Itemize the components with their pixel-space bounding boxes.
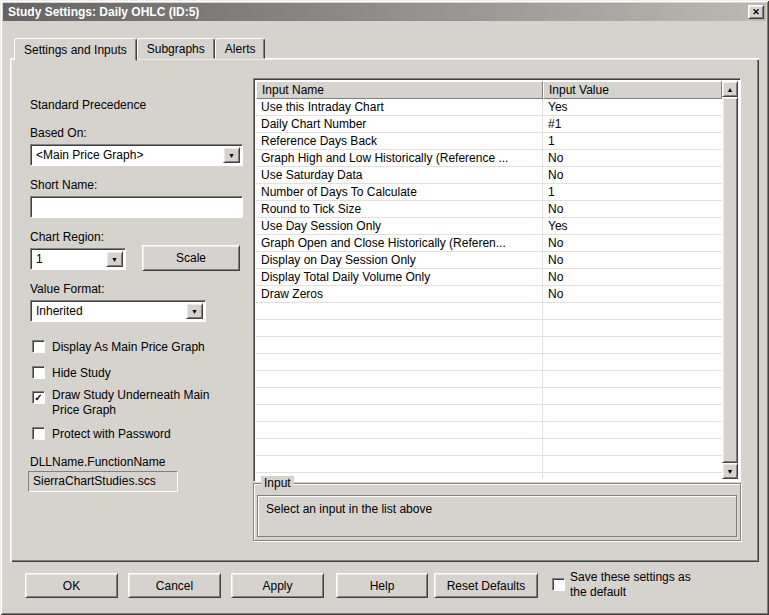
draw-study-underneath-checkbox[interactable]: ✓ (32, 391, 45, 404)
input-value-cell (543, 456, 722, 472)
input-name-cell: Graph Open and Close Historically (Refer… (256, 235, 543, 251)
cancel-button[interactable]: Cancel (128, 573, 221, 598)
table-row[interactable]: Graph Open and Close Historically (Refer… (256, 235, 722, 252)
close-button[interactable]: ✕ (748, 5, 764, 19)
checkmark-icon: ✓ (34, 392, 42, 403)
input-value-cell: No (543, 269, 722, 285)
scale-button[interactable]: Scale (142, 245, 240, 271)
chart-region-dropdown[interactable]: 1 ▼ (30, 248, 126, 270)
scrollbar-thumb[interactable] (722, 97, 738, 463)
table-row[interactable] (256, 405, 722, 422)
based-on-dropdown-button[interactable]: ▼ (223, 147, 240, 163)
table-row[interactable] (256, 337, 722, 354)
tab-settings-and-inputs[interactable]: Settings and Inputs (14, 38, 137, 61)
table-row[interactable]: Round to Tick SizeNo (256, 201, 722, 218)
based-on-label: Based On: (30, 126, 87, 140)
input-value-cell: No (543, 286, 722, 302)
ok-button[interactable]: OK (25, 573, 118, 598)
table-row[interactable] (256, 388, 722, 405)
input-name-column-header[interactable]: Input Name (256, 81, 543, 99)
input-name-cell: Use Day Session Only (256, 218, 543, 234)
value-format-value: Inherited (31, 301, 205, 318)
table-row[interactable] (256, 371, 722, 388)
input-name-cell (256, 337, 543, 353)
table-row[interactable] (256, 456, 722, 473)
table-row[interactable]: Use Day Session OnlyYes (256, 218, 722, 235)
input-name-cell: Use this Intraday Chart (256, 99, 543, 115)
protect-with-password-label[interactable]: Protect with Password (52, 427, 171, 441)
input-name-cell (256, 422, 543, 438)
scroll-down-button[interactable]: ▼ (722, 463, 738, 479)
draw-study-underneath-label[interactable]: Draw Study Underneath Main Price Graph (52, 388, 212, 418)
input-group-title: Input (261, 476, 294, 490)
input-value-cell: No (543, 150, 722, 166)
table-row[interactable]: Use this Intraday ChartYes (256, 99, 722, 116)
value-format-dropdown[interactable]: Inherited ▼ (30, 300, 206, 322)
table-row[interactable]: Graph High and Low Historically (Referen… (256, 150, 722, 167)
scroll-down-icon: ▼ (727, 468, 734, 475)
table-row[interactable] (256, 303, 722, 320)
table-row[interactable] (256, 422, 722, 439)
value-format-dropdown-button[interactable]: ▼ (186, 303, 203, 319)
display-as-main-price-graph-checkbox[interactable] (32, 340, 45, 353)
short-name-label: Short Name: (30, 178, 97, 192)
inputs-table-header: Input Name Input Value (256, 81, 722, 99)
input-value-cell (543, 388, 722, 404)
table-row[interactable]: Use Saturday DataNo (256, 167, 722, 184)
input-name-cell (256, 354, 543, 370)
input-name-cell: Round to Tick Size (256, 201, 543, 217)
help-button[interactable]: Help (336, 573, 428, 598)
input-name-cell (256, 473, 543, 479)
inputs-table-scrollbar[interactable]: ▲ ▼ (722, 81, 738, 479)
scroll-up-button[interactable]: ▲ (722, 81, 738, 97)
input-group-panel: Select an input in the list above (257, 495, 737, 537)
hide-study-label[interactable]: Hide Study (52, 366, 111, 380)
table-row[interactable] (256, 354, 722, 371)
table-row[interactable]: Display Total Daily Volume OnlyNo (256, 269, 722, 286)
input-value-cell (543, 337, 722, 353)
input-value-cell: #1 (543, 116, 722, 132)
input-value-column-header[interactable]: Input Value (543, 81, 722, 99)
input-value-cell: 1 (543, 184, 722, 200)
display-as-main-price-graph-label[interactable]: Display As Main Price Graph (52, 340, 205, 354)
based-on-value: <Main Price Graph> (31, 145, 242, 162)
chart-region-label: Chart Region: (30, 230, 104, 244)
value-format-label: Value Format: (30, 282, 104, 296)
table-row[interactable] (256, 320, 722, 337)
input-value-cell (543, 371, 722, 387)
save-settings-default-checkbox[interactable] (552, 578, 565, 591)
input-name-cell (256, 303, 543, 319)
table-row[interactable]: Number of Days To Calculate1 (256, 184, 722, 201)
table-row[interactable]: Display on Day Session OnlyNo (256, 252, 722, 269)
close-icon: ✕ (752, 7, 760, 17)
input-value-cell: No (543, 235, 722, 251)
study-settings-window: Study Settings: Daily OHLC (ID:5) ✕ Sett… (0, 0, 769, 615)
input-name-cell (256, 320, 543, 336)
table-row[interactable] (256, 439, 722, 456)
input-name-cell (256, 388, 543, 404)
input-group-message: Select an input in the list above (258, 496, 736, 516)
input-value-cell (543, 303, 722, 319)
inputs-table-body: Use this Intraday ChartYesDaily Chart Nu… (256, 99, 722, 479)
dll-function-name-label: DLLName.FunctionName (30, 455, 165, 469)
chevron-down-icon: ▼ (191, 308, 198, 315)
dll-function-name-field[interactable]: SierraChartStudies.scs (28, 471, 178, 492)
input-value-cell: Yes (543, 218, 722, 234)
input-name-cell: Daily Chart Number (256, 116, 543, 132)
chart-region-dropdown-button[interactable]: ▼ (106, 251, 123, 267)
tab-alerts[interactable]: Alerts (215, 38, 266, 59)
apply-button[interactable]: Apply (231, 573, 324, 598)
save-settings-default-label[interactable]: Save these settings as the default (570, 570, 692, 600)
table-row[interactable] (256, 473, 722, 479)
title-bar[interactable]: Study Settings: Daily OHLC (ID:5) ✕ (3, 3, 766, 21)
short-name-input[interactable] (30, 196, 243, 218)
input-value-cell (543, 422, 722, 438)
based-on-dropdown[interactable]: <Main Price Graph> ▼ (30, 144, 243, 166)
table-row[interactable]: Daily Chart Number#1 (256, 116, 722, 133)
reset-defaults-button[interactable]: Reset Defaults (434, 573, 538, 598)
tab-subgraphs[interactable]: Subgraphs (137, 38, 215, 59)
table-row[interactable]: Reference Days Back1 (256, 133, 722, 150)
hide-study-checkbox[interactable] (32, 366, 45, 379)
protect-with-password-checkbox[interactable] (32, 427, 45, 440)
table-row[interactable]: Draw ZerosNo (256, 286, 722, 303)
